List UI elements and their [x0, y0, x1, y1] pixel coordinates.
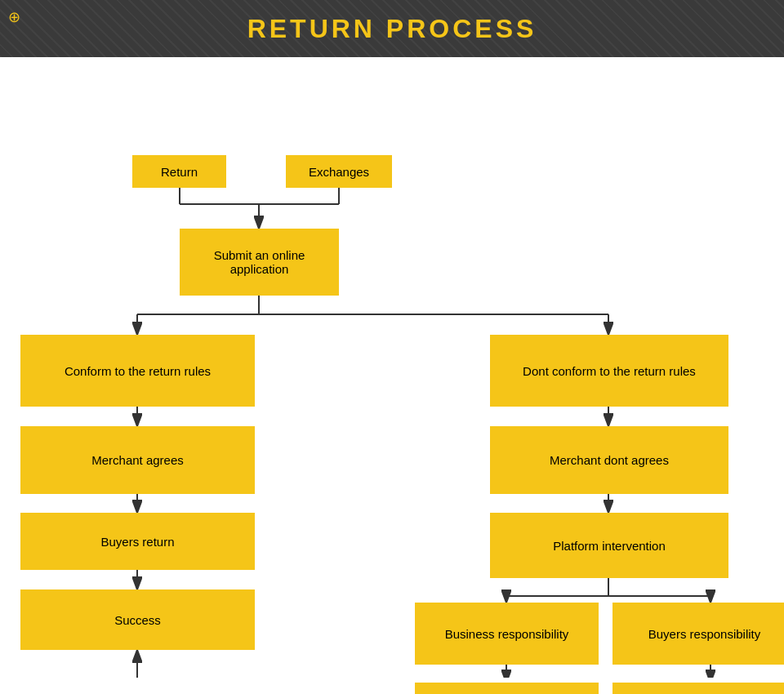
- submit-box: Submit an online application: [180, 229, 339, 296]
- crosshair-icon: [8, 8, 24, 24]
- flowchart: Return Exchanges Submit an online applic…: [16, 73, 768, 678]
- platform-box: Platform intervention: [490, 513, 728, 578]
- exchanges-box: Exchanges: [286, 155, 392, 188]
- conform-box: Conform to the return rules: [20, 335, 255, 407]
- buyers-resp-box: Buyers responsibility: [612, 603, 784, 665]
- merchant-agrees-box: Merchant agrees: [20, 426, 255, 494]
- return-box: Return: [132, 155, 226, 188]
- merchant-dont-box: Merchant dont agrees: [490, 426, 728, 494]
- buyers-return-left-box: Buyers return: [20, 513, 255, 570]
- success-box: Success: [20, 589, 255, 650]
- buyers-return-right-box: Buyers return: [415, 683, 599, 694]
- content-area: Return Exchanges Submit an online applic…: [0, 57, 784, 694]
- page-title: RETURN PROCESS: [247, 14, 537, 44]
- failure-box: Failure: [612, 683, 784, 694]
- page-header: RETURN PROCESS: [0, 0, 784, 57]
- dont-conform-box: Dont conform to the return rules: [490, 335, 728, 407]
- business-resp-box: Business responsibility: [415, 603, 599, 665]
